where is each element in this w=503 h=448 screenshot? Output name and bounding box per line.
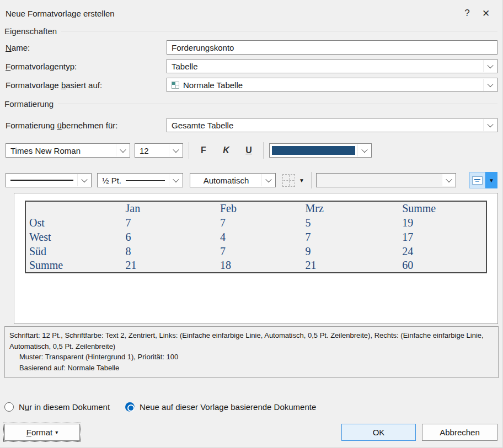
chevron-down-icon[interactable]	[169, 144, 182, 156]
chevron-down-icon[interactable]	[483, 79, 496, 91]
radio-selected-icon[interactable]	[125, 402, 135, 412]
preview-table: JanFebMrzSummeOst77519West64717Süd87924S…	[25, 201, 487, 273]
table-cell: 4	[217, 230, 302, 244]
line-weight-select[interactable]: ½ Pt.	[97, 173, 183, 187]
table-row: Summe21182160	[25, 258, 486, 273]
chevron-down-icon[interactable]	[357, 144, 371, 156]
style-description-line: Muster: Transparent (Hintergrund 1), Pri…	[9, 352, 494, 363]
title-bar: Neue Formatvorlage erstellen ? ✕	[0, 0, 503, 21]
table-cell: Feb	[217, 201, 302, 215]
table-cell: 7	[122, 215, 217, 230]
chevron-down-icon[interactable]	[116, 144, 129, 156]
font-color-swatch	[272, 146, 355, 155]
cell-alignment-dropdown[interactable]: ▼	[485, 172, 497, 188]
style-description-box: Schriftart: 12 Pt., Schriftfarbe: Text 2…	[4, 326, 499, 378]
table-cell: Jan	[122, 201, 217, 215]
apply-to-row: Formatierung übernehmen für: Gesamte Tab…	[6, 118, 497, 132]
table-cell: 7	[217, 215, 302, 230]
section-formatting-title: Formatierung	[4, 99, 53, 109]
close-icon[interactable]: ✕	[477, 8, 495, 19]
style-preview-pane: JanFebMrzSummeOst77519West64717Süd87924S…	[14, 193, 498, 324]
create-style-dialog: { "window": { "title": "Neue Formatvorla…	[0, 0, 503, 448]
dialog-title: Neue Formatvorlage erstellen	[6, 9, 458, 18]
table-style-icon	[172, 82, 179, 89]
dialog-buttons: Format ▾ OK Abbrechen	[4, 424, 497, 441]
table-cell: Mrz	[302, 201, 399, 215]
font-toolbar: Times New Roman 12 F K U	[6, 141, 497, 160]
table-cell	[25, 201, 122, 215]
bold-button[interactable]: F	[195, 142, 212, 159]
borders-grid-icon	[282, 174, 295, 187]
radio-new-documents[interactable]: Neue auf dieser Vorlage basierende Dokum…	[125, 402, 316, 412]
apply-to-select[interactable]: Gesamte Tabelle	[167, 118, 497, 132]
table-cell: 18	[217, 258, 302, 273]
font-family-select[interactable]: Times New Roman	[6, 143, 130, 158]
name-row: Name: Forderungskonto	[6, 40, 497, 55]
table-cell: West	[25, 230, 122, 244]
ok-button[interactable]: OK	[341, 424, 416, 441]
based-on-select[interactable]: Normale Tabelle	[167, 78, 497, 92]
toolbar-separator	[263, 142, 264, 159]
table-cell: 19	[399, 215, 486, 230]
italic-button[interactable]: K	[217, 142, 235, 159]
table-cell: 9	[302, 244, 399, 258]
table-cell: 21	[302, 258, 399, 273]
radio-new-documents-label: Neue auf dieser Vorlage basierende Dokum…	[140, 402, 316, 412]
scope-radio-group: Nur in diesem Dokument Neue auf dieser V…	[4, 402, 497, 412]
table-cell: 7	[302, 230, 399, 244]
cell-alignment-main[interactable]	[469, 172, 485, 188]
table-cell: 8	[122, 244, 217, 258]
name-input-value: Forderungskonto	[172, 43, 234, 52]
font-color-select[interactable]	[269, 143, 372, 158]
table-cell: Summe	[399, 201, 486, 215]
toolbar-separator	[311, 172, 312, 188]
chevron-down-icon[interactable]	[483, 60, 496, 72]
border-color-select[interactable]: Automatisch	[190, 173, 276, 187]
based-on-label: Formatvorlage basiert auf:	[6, 80, 167, 90]
border-color-value: Automatisch	[204, 176, 249, 185]
line-weight-preview	[126, 180, 165, 181]
chevron-down-icon[interactable]	[483, 119, 496, 131]
chevron-down-icon[interactable]	[261, 174, 275, 186]
help-icon[interactable]: ?	[458, 8, 477, 19]
radio-only-this-document[interactable]: Nur in diesem Dokument	[4, 402, 110, 412]
name-input[interactable]: Forderungskonto	[167, 40, 497, 55]
format-button[interactable]: Format ▾	[4, 424, 80, 441]
table-row: Ost77519	[25, 215, 486, 230]
table-cell: Süd	[25, 244, 122, 258]
table-cell: 21	[122, 258, 217, 273]
radio-only-this-document-label: Nur in diesem Dokument	[19, 402, 110, 412]
borders-dropdown-arrow-icon[interactable]: ▼	[299, 177, 304, 183]
chevron-down-icon[interactable]	[169, 174, 182, 186]
chevron-down-icon[interactable]	[442, 174, 455, 186]
based-on-row: Formatvorlage basiert auf: Normale Tabel…	[6, 78, 497, 92]
apply-to-value: Gesamte Tabelle	[172, 121, 233, 130]
chevron-down-icon[interactable]	[77, 174, 90, 186]
section-divider	[58, 104, 497, 104]
radio-icon[interactable]	[4, 402, 14, 412]
line-weight-value: ½ Pt.	[102, 176, 121, 185]
style-type-label: Formatvorlagentyp:	[6, 62, 167, 71]
borders-button[interactable]: ▼	[282, 174, 304, 187]
section-properties-title: Eigenschaften	[4, 26, 57, 36]
line-style-preview	[10, 180, 73, 181]
font-size-select[interactable]: 12	[135, 143, 183, 158]
cell-alignment-icon	[472, 176, 483, 185]
style-description-line: Basierend auf: Normale Tabelle	[9, 363, 494, 374]
underline-button[interactable]: U	[240, 142, 258, 159]
section-properties-header: Eigenschaften	[4, 26, 497, 36]
section-formatting-header: Formatierung	[4, 99, 497, 109]
style-type-value: Tabelle	[172, 62, 198, 71]
border-toolbar: ½ Pt. Automatisch ▼ ▼	[6, 171, 497, 190]
style-type-row: Formatvorlagentyp: Tabelle	[6, 59, 497, 73]
section-divider	[61, 31, 497, 31]
cancel-button[interactable]: Abbrechen	[422, 424, 497, 441]
style-description-line: Schriftart: 12 Pt., Schriftfarbe: Text 2…	[9, 330, 494, 352]
style-type-select[interactable]: Tabelle	[167, 59, 497, 73]
cell-alignment-button[interactable]: ▼	[469, 172, 497, 188]
line-style-select[interactable]	[6, 173, 92, 187]
table-header-row: JanFebMrzSumme	[25, 201, 486, 215]
table-cell: 6	[122, 230, 217, 244]
font-family-value: Times New Roman	[10, 146, 81, 155]
fill-color-select[interactable]	[316, 173, 456, 187]
